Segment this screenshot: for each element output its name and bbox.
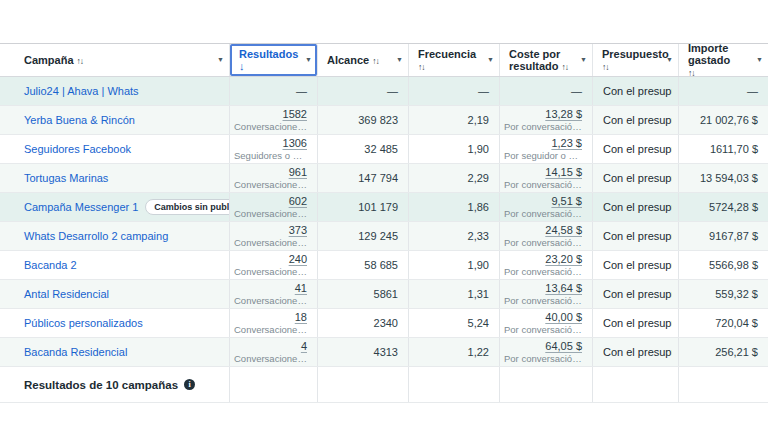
chevron-down-icon[interactable]: ▼	[305, 54, 312, 66]
results-subtext: Conversaciones con ...	[234, 237, 307, 248]
results-value-link[interactable]: 1306	[283, 137, 307, 150]
frequency-value: —	[478, 85, 489, 98]
cost-per-result-link[interactable]: 13,28 $	[545, 108, 582, 121]
sort-arrows-icon[interactable]: ↑↓	[602, 61, 662, 73]
column-label-text: Resultados	[239, 48, 298, 60]
table-row[interactable]: Bacanda 2 240Conversaciones con ... 58 6…	[0, 251, 768, 280]
cost-subtext: Por conversación con...	[504, 266, 582, 277]
reach-value: 129 245	[358, 230, 398, 243]
results-subtext: Conversaciones con ...	[234, 353, 307, 364]
frequency-value: 2,29	[468, 172, 489, 185]
results-summary-label: Resultados de 10 campañas	[24, 379, 178, 391]
frequency-value: 2,33	[468, 230, 489, 243]
chevron-down-icon[interactable]: ▼	[396, 54, 403, 66]
column-header-label: Alcance ↑↓	[327, 54, 392, 67]
table-footer-row: Resultados de 10 campañas i	[0, 367, 768, 403]
chevron-down-icon[interactable]: ▼	[217, 54, 224, 66]
table-row[interactable]: Bacanda Residencial 4Conversaciones con …	[0, 338, 768, 367]
results-value-link[interactable]: 373	[289, 224, 307, 237]
results-subtext: Conversaciones con ...	[234, 208, 307, 219]
frequency-value: 2,19	[468, 114, 489, 127]
campaign-link[interactable]: Antal Residencial	[24, 288, 109, 300]
results-value-link[interactable]: 4	[301, 340, 307, 353]
footer-empty-cell	[679, 367, 768, 402]
reach-value: 58 685	[364, 259, 398, 272]
column-label-text: Alcance	[327, 54, 369, 66]
column-header-frequency[interactable]: Frecuencia ↑↓ ▼	[409, 44, 500, 76]
table-row[interactable]: Yerba Buena & Rincón 1582Conversaciones …	[0, 106, 768, 135]
campaigns-table: Campaña ↑↓ ▼ Resultados ↓ ▼ Alcance ↑↓ ▼…	[0, 43, 768, 403]
sort-arrows-icon[interactable]: ↑↓	[562, 62, 569, 72]
results-value-link[interactable]: 240	[289, 253, 307, 266]
column-header-campaign[interactable]: Campaña ↑↓ ▼	[0, 44, 230, 76]
frequency-value: 1,86	[468, 201, 489, 214]
cost-subtext: Por conversación con...	[504, 324, 582, 335]
table-row[interactable]: Antal Residencial 41Conversaciones con .…	[0, 280, 768, 309]
table-row[interactable]: Campaña Messenger 1Cambios sin publicar …	[0, 193, 768, 222]
cost-per-result-link[interactable]: 64,05 $	[545, 340, 582, 353]
table-row[interactable]: Tortugas Marinas 961Conversaciones con .…	[0, 164, 768, 193]
results-value-link[interactable]: 602	[289, 195, 307, 208]
table-row[interactable]: Públicos personalizados 18Conversaciones…	[0, 309, 768, 338]
results-value-link[interactable]: 961	[289, 166, 307, 179]
column-label-text: Campaña	[24, 54, 74, 66]
column-label-text: Frecuencia	[418, 48, 476, 60]
column-header-amount-spent[interactable]: Importe gastado↑↓ ▼	[679, 44, 768, 76]
column-header-budget[interactable]: Presupuesto↑↓ ▼	[593, 44, 679, 76]
chevron-down-icon[interactable]: ▼	[756, 54, 763, 66]
results-value-link[interactable]: 41	[295, 282, 307, 295]
cost-subtext: Por conversación con...	[504, 208, 582, 219]
campaign-link[interactable]: Públicos personalizados	[24, 317, 143, 329]
chevron-down-icon[interactable]: ▼	[666, 54, 673, 66]
cost-per-result-link[interactable]: 14,15 $	[545, 166, 582, 179]
campaign-link[interactable]: Seguidores Facebook	[24, 143, 131, 155]
chevron-down-icon[interactable]: ▼	[580, 54, 587, 66]
campaign-link[interactable]: Tortugas Marinas	[24, 172, 108, 184]
reach-value: 147 794	[358, 172, 398, 185]
cost-per-result-link[interactable]: 24,58 $	[545, 224, 582, 237]
campaign-link[interactable]: Julio24 | Ahava | Whats	[24, 85, 139, 97]
budget-value: Con el presupue...	[603, 172, 672, 184]
table-row[interactable]: Seguidores Facebook 1306Seguidores o Me …	[0, 135, 768, 164]
campaign-link[interactable]: Whats Desarrollo 2 campaing	[24, 230, 168, 242]
column-header-label: Resultados ↓	[239, 48, 301, 72]
amount-spent-value: 720,04 $	[715, 317, 758, 330]
column-label-text: Importe gastado	[688, 42, 730, 66]
results-value-link[interactable]: 18	[295, 311, 307, 324]
chevron-down-icon[interactable]: ▼	[487, 54, 494, 66]
column-header-cost-per-result[interactable]: Coste por resultado ↑↓ ▼	[500, 44, 593, 76]
cost-per-result-link[interactable]: 40,00 $	[545, 311, 582, 324]
info-icon[interactable]: i	[184, 379, 195, 390]
campaign-link[interactable]: Bacanda 2	[24, 259, 77, 271]
cost-subtext: Por conversación con...	[504, 121, 582, 132]
campaign-link[interactable]: Campaña Messenger 1	[24, 201, 138, 213]
sort-arrows-icon[interactable]: ↑↓	[77, 56, 84, 66]
column-header-results[interactable]: Resultados ↓ ▼	[230, 44, 318, 76]
column-header-reach[interactable]: Alcance ↑↓ ▼	[318, 44, 409, 76]
results-subtext: Conversaciones con ...	[234, 266, 307, 277]
amount-spent-value: 5724,28 $	[709, 201, 758, 214]
amount-spent-value: 1611,70 $	[710, 143, 758, 156]
reach-value: 4313	[374, 346, 398, 359]
sort-descending-icon[interactable]: ↓	[239, 60, 245, 72]
amount-spent-value: 21 002,76 $	[700, 114, 758, 127]
table-row[interactable]: Julio24 | Ahava | Whats — — — — Con el p…	[0, 77, 768, 106]
sort-arrows-icon[interactable]: ↑↓	[372, 56, 379, 66]
amount-spent-value: 559,32 $	[715, 288, 758, 301]
frequency-value: 1,31	[468, 288, 489, 301]
table-row[interactable]: Whats Desarrollo 2 campaing 373Conversac…	[0, 222, 768, 251]
results-subtext: Conversaciones con ...	[234, 324, 307, 335]
cost-per-result-link[interactable]: 23,20 $	[545, 253, 582, 266]
cost-per-result-link[interactable]: 1,23 $	[551, 137, 582, 150]
budget-value: Con el presupue...	[603, 114, 672, 126]
campaign-link[interactable]: Bacanda Residencial	[24, 346, 127, 358]
cost-per-result-link[interactable]: 9,51 $	[551, 195, 582, 208]
amount-spent-value: 9167,87 $	[709, 230, 758, 243]
budget-value: Con el presupue...	[603, 230, 672, 242]
results-value: —	[296, 85, 307, 98]
sort-arrows-icon[interactable]: ↑↓	[418, 62, 425, 72]
campaign-link[interactable]: Yerba Buena & Rincón	[24, 114, 135, 126]
cost-per-result-link[interactable]: 13,64 $	[545, 282, 582, 295]
reach-value: 101 179	[358, 201, 398, 214]
results-value-link[interactable]: 1582	[283, 108, 307, 121]
